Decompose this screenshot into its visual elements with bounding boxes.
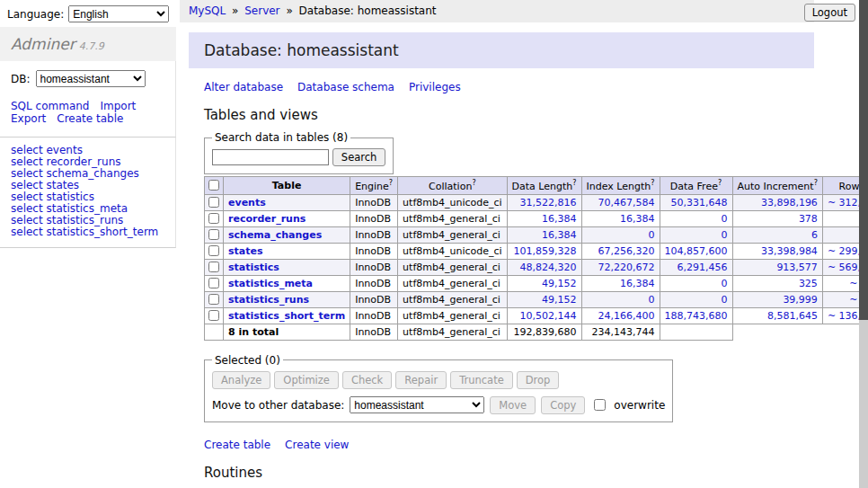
search-button[interactable]: Search: [332, 148, 386, 166]
index-length-link[interactable]: 24,166,400: [598, 310, 655, 322]
auto-increment-link[interactable]: 378: [799, 213, 818, 225]
data-free-link[interactable]: 188,743,680: [665, 310, 728, 322]
move-button[interactable]: Move: [490, 396, 536, 414]
create-link[interactable]: Create view: [285, 439, 349, 451]
data-free-link[interactable]: 0: [722, 229, 728, 241]
sidebar-table-link[interactable]: select events: [11, 145, 164, 156]
data-length-link[interactable]: 10,502,144: [520, 310, 577, 322]
table-name-link[interactable]: events: [228, 197, 266, 209]
row-checkbox[interactable]: [208, 262, 219, 272]
create-link[interactable]: Create table: [204, 439, 270, 451]
index-length-link[interactable]: 16,384: [620, 278, 655, 289]
data-length-link[interactable]: 16,384: [542, 229, 577, 241]
copy-button[interactable]: Copy: [541, 396, 585, 414]
db-select[interactable]: homeassistant: [36, 70, 146, 87]
data-length-link[interactable]: 49,152: [542, 278, 577, 289]
collation-cell: utf8mb4_unicode_ci: [398, 194, 507, 210]
data-free-link[interactable]: 0: [722, 213, 728, 225]
sidebar-link[interactable]: Export: [11, 112, 46, 125]
auto-increment-link[interactable]: 33,398,984: [761, 245, 818, 257]
sidebar-table-link[interactable]: select statistics_meta: [11, 203, 164, 215]
row-checkbox[interactable]: [208, 278, 219, 288]
column-header-index-length[interactable]: Index Length?: [581, 177, 660, 195]
index-length-link[interactable]: 0: [649, 294, 655, 306]
scrollbar-thumb[interactable]: [859, 0, 868, 320]
optimize-button[interactable]: Optimize: [274, 371, 339, 389]
search-input[interactable]: [212, 149, 329, 165]
table-name-link[interactable]: recorder_runs: [228, 213, 306, 225]
data-free-link[interactable]: 104,857,600: [665, 245, 728, 257]
table-name-link[interactable]: statistics_runs: [228, 294, 309, 306]
column-header-engine[interactable]: Engine?: [350, 177, 398, 195]
sidebar-table-link[interactable]: select states: [11, 180, 164, 191]
auto-increment-link[interactable]: 8,581,645: [767, 310, 818, 322]
help-superscript[interactable]: ?: [651, 179, 654, 187]
sidebar-table-link[interactable]: select statistics: [11, 191, 164, 203]
table-name-link[interactable]: statistics_meta: [228, 278, 313, 289]
sidebar-table-link[interactable]: select statistics_short_term: [11, 226, 164, 238]
sidebar-link[interactable]: Create table: [57, 112, 123, 125]
data-length-link[interactable]: 31,522,816: [520, 197, 577, 209]
language-select[interactable]: English: [68, 5, 169, 22]
column-header-collation[interactable]: Collation?: [398, 177, 507, 195]
index-length-link[interactable]: 70,467,584: [598, 197, 655, 209]
logout-button[interactable]: Logout: [804, 4, 855, 22]
data-length-link[interactable]: 49,152: [542, 294, 577, 306]
index-length-link[interactable]: 16,384: [620, 213, 655, 225]
sidebar-table-link[interactable]: select statistics_runs: [11, 215, 164, 226]
overwrite-label[interactable]: overwrite: [614, 399, 665, 412]
index-length-link[interactable]: 0: [649, 229, 655, 241]
table-name-link[interactable]: statistics: [228, 262, 279, 273]
row-checkbox[interactable]: [208, 245, 219, 256]
auto-increment-link[interactable]: 33,898,196: [761, 197, 818, 209]
db-action-link[interactable]: Database schema: [297, 81, 394, 93]
drop-button[interactable]: Drop: [517, 371, 560, 389]
column-header-table[interactable]: Table: [224, 177, 350, 195]
analyze-button[interactable]: Analyze: [212, 371, 270, 389]
vertical-scrollbar[interactable]: [859, 0, 868, 488]
help-superscript[interactable]: ?: [718, 179, 722, 187]
row-checkbox[interactable]: [208, 213, 219, 224]
index-length-link[interactable]: 72,220,672: [598, 262, 655, 273]
table-name-link[interactable]: schema_changes: [228, 229, 322, 241]
breadcrumb-mysql-link[interactable]: MySQL: [189, 4, 226, 17]
help-superscript[interactable]: ?: [472, 179, 475, 187]
overwrite-checkbox[interactable]: [594, 399, 606, 411]
column-header-auto-increment[interactable]: Auto Increment?: [732, 177, 822, 195]
truncate-button[interactable]: Truncate: [450, 371, 513, 389]
table-name-link[interactable]: states: [228, 245, 263, 257]
row-checkbox[interactable]: [208, 310, 219, 321]
help-superscript[interactable]: ?: [572, 179, 576, 187]
help-superscript[interactable]: ?: [814, 179, 818, 187]
data-free-link[interactable]: 0: [722, 278, 728, 289]
select-all-checkbox[interactable]: [208, 180, 219, 191]
index-length-link[interactable]: 67,256,320: [598, 245, 655, 257]
row-checkbox[interactable]: [208, 197, 219, 208]
data-length-link[interactable]: 48,824,320: [520, 262, 577, 273]
row-checkbox[interactable]: [208, 294, 219, 305]
check-button[interactable]: Check: [342, 371, 392, 389]
column-header-data-free[interactable]: Data Free?: [660, 177, 732, 195]
breadcrumb-server-link[interactable]: Server: [244, 4, 279, 17]
data-length-link[interactable]: 101,859,328: [514, 245, 577, 257]
db-action-link[interactable]: Privileges: [409, 81, 461, 93]
auto-increment-link[interactable]: 6: [811, 229, 818, 241]
repair-button[interactable]: Repair: [395, 371, 447, 389]
data-free-link[interactable]: 0: [722, 294, 728, 306]
move-db-select[interactable]: homeassistant: [350, 396, 484, 413]
sidebar-link[interactable]: Import: [100, 100, 136, 112]
db-action-link[interactable]: Alter database: [204, 81, 283, 93]
auto-increment-link[interactable]: 913,577: [776, 262, 818, 273]
help-superscript[interactable]: ?: [389, 179, 393, 187]
auto-increment-link[interactable]: 325: [799, 278, 818, 289]
sidebar-table-link[interactable]: select schema_changes: [11, 168, 164, 180]
table-name-link[interactable]: statistics_short_term: [228, 310, 345, 322]
sidebar-link[interactable]: SQL command: [11, 100, 89, 112]
column-header-data-length[interactable]: Data Length?: [507, 177, 581, 195]
data-free-link[interactable]: 6,291,456: [678, 262, 728, 273]
auto-increment-link[interactable]: 39,999: [783, 294, 818, 306]
data-free-link[interactable]: 50,331,648: [671, 197, 728, 209]
data-length-link[interactable]: 16,384: [542, 213, 577, 225]
row-checkbox[interactable]: [208, 229, 219, 240]
sidebar-table-link[interactable]: select recorder_runs: [11, 156, 164, 168]
